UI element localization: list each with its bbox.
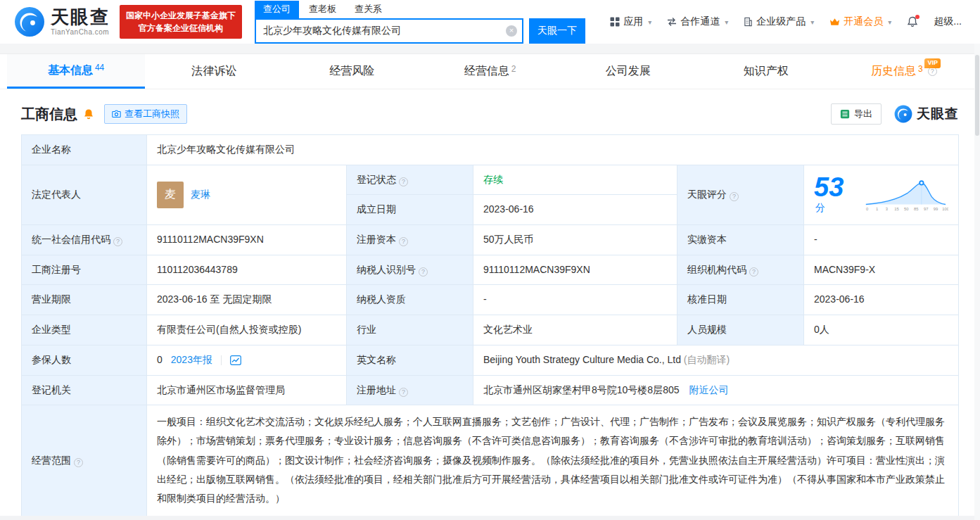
clear-search-icon[interactable] bbox=[506, 25, 517, 37]
search-area: 查公司 查老板 查关系 天眼一下 bbox=[255, 1, 585, 44]
field-label: 企业类型 bbox=[22, 315, 147, 345]
svg-text:0: 0 bbox=[866, 207, 869, 211]
svg-text:99: 99 bbox=[934, 207, 938, 211]
industry-value: 文化艺术业 bbox=[473, 315, 677, 345]
badge-line2: 官方备案企业征信机构 bbox=[126, 22, 236, 34]
tab-history-info[interactable]: 历史信息3 VIP bbox=[835, 54, 973, 89]
help-icon[interactable] bbox=[399, 177, 408, 186]
bottom-divider bbox=[0, 516, 974, 520]
tianyancha-logo[interactable]: 天眼查 TianYanCha.com bbox=[14, 6, 110, 37]
search-button[interactable]: 天眼一下 bbox=[529, 18, 585, 44]
vip-badge: VIP bbox=[924, 58, 941, 68]
tab-legal-litigation[interactable]: 法律诉讼 bbox=[145, 54, 283, 89]
establish-date-value: 2023-06-16 bbox=[473, 195, 677, 225]
field-label: 纳税人识别号 bbox=[347, 255, 473, 285]
field-label: 法定代表人 bbox=[22, 165, 147, 224]
field-label: 登记状态 bbox=[347, 165, 473, 195]
help-icon[interactable] bbox=[419, 267, 428, 277]
company-section-tabs: 基本信息44 法律诉讼 经营风险 经营信息2 公司发展 知识产权 历史信息3 V… bbox=[0, 54, 980, 89]
tab-basic-info[interactable]: 基本信息44 bbox=[7, 54, 145, 89]
field-label: 企业名称 bbox=[22, 135, 147, 165]
trend-chart-icon[interactable] bbox=[230, 355, 241, 365]
menu-cooperation[interactable]: 合作通道 bbox=[667, 15, 728, 28]
business-info-header: 工商信息 查看工商快照 导出 bbox=[21, 103, 959, 125]
reg-capital-value: 50万人民币 bbox=[473, 225, 677, 255]
field-label: 组织机构代码 bbox=[677, 255, 804, 285]
help-icon[interactable] bbox=[113, 237, 122, 246]
credit-code-value: 91110112MACN39F9XN bbox=[147, 225, 347, 255]
help-icon[interactable] bbox=[399, 388, 408, 397]
menu-apps[interactable]: 应用 bbox=[610, 15, 651, 28]
scrollbar-thumb[interactable] bbox=[975, 55, 979, 136]
business-term-value: 2023-06-16 至 无固定期限 bbox=[147, 285, 347, 315]
notification-bell[interactable] bbox=[907, 16, 918, 27]
business-snapshot-button[interactable]: 查看工商快照 bbox=[104, 104, 187, 124]
official-credit-badge: 国家中小企业发展子基金旗下 官方备案企业征信机构 bbox=[120, 5, 242, 39]
legal-rep-avatar[interactable]: 麦 bbox=[157, 182, 184, 208]
menu-enterprise-products[interactable]: 企业级产品 bbox=[744, 15, 814, 28]
svg-text:100: 100 bbox=[943, 207, 948, 211]
section-title: 工商信息 bbox=[21, 105, 77, 124]
export-excel-icon bbox=[840, 109, 850, 119]
field-label: 登记机关 bbox=[22, 375, 147, 405]
header-divider-band bbox=[0, 44, 980, 54]
apps-grid-icon bbox=[610, 17, 620, 27]
brand-name: 天眼查 bbox=[51, 8, 110, 26]
search-tab-relation[interactable]: 查关系 bbox=[346, 1, 390, 18]
field-label: 参保人数 bbox=[22, 345, 147, 375]
reg-address-cell: 北京市通州区胡家堡村甲8号院10号楼8层805 附近公司 bbox=[473, 375, 959, 405]
menu-user[interactable]: 超级... bbox=[934, 15, 962, 28]
help-icon[interactable] bbox=[749, 267, 758, 277]
business-scope-text: 一般项目：组织文化艺术交流活动；文化娱乐经纪人服务；个人互联网直播服务；文艺创作… bbox=[157, 412, 948, 508]
help-icon[interactable] bbox=[928, 67, 937, 76]
company-type-value: 有限责任公司(自然人投资或控股) bbox=[147, 315, 347, 345]
company-name-value: 北京少年攻略文化传媒有限公司 bbox=[147, 135, 959, 165]
cooperation-icon bbox=[667, 17, 677, 27]
nearby-companies-link[interactable]: 附近公司 bbox=[689, 384, 728, 395]
divider bbox=[221, 355, 222, 365]
tianyancha-logo-icon bbox=[14, 6, 45, 37]
score-distribution-chart: 0 1 3 15 50 85 97 99 100 bbox=[865, 175, 948, 215]
svg-text:50: 50 bbox=[904, 207, 909, 211]
page-scrollbar[interactable] bbox=[974, 44, 980, 520]
watermark-logo: 天眼查 bbox=[894, 105, 959, 123]
legal-rep-link[interactable]: 麦琳 bbox=[191, 187, 210, 203]
search-tab-company[interactable]: 查公司 bbox=[255, 1, 299, 18]
taxpayer-id-value: 91110112MACN39F9XN bbox=[473, 255, 677, 285]
brand-domain: TianYanCha.com bbox=[51, 28, 110, 36]
paid-capital-value: - bbox=[804, 225, 959, 255]
svg-text:97: 97 bbox=[924, 207, 928, 211]
field-label: 核准日期 bbox=[677, 285, 804, 315]
annual-report-link[interactable]: 2023年报 bbox=[171, 353, 212, 368]
camera-icon bbox=[112, 110, 121, 119]
table-row: 经营范围 一般项目：组织文化艺术交流活动；文化娱乐经纪人服务；个人互联网直播服务… bbox=[22, 405, 959, 516]
help-icon[interactable] bbox=[730, 192, 739, 201]
reg-authority-value: 北京市通州区市场监督管理局 bbox=[147, 375, 347, 405]
tab-operation-risk[interactable]: 经营风险 bbox=[283, 54, 421, 89]
main-content: 工商信息 查看工商快照 导出 bbox=[0, 103, 980, 516]
tab-company-development[interactable]: 公司发展 bbox=[559, 54, 697, 89]
table-row: 企业名称 北京少年攻略文化传媒有限公司 bbox=[22, 135, 959, 165]
subscribe-bell-icon[interactable] bbox=[83, 108, 94, 120]
help-icon[interactable] bbox=[399, 237, 408, 246]
help-icon[interactable] bbox=[74, 458, 83, 467]
field-label: 工商注册号 bbox=[22, 255, 147, 285]
search-input[interactable] bbox=[255, 18, 523, 44]
tab-operation-info[interactable]: 经营信息2 bbox=[421, 54, 559, 89]
org-code-value: MACN39F9-X bbox=[804, 255, 959, 285]
search-tab-boss[interactable]: 查老板 bbox=[300, 1, 345, 18]
tianyan-score: 53分 bbox=[814, 174, 851, 216]
tab-intellectual-property[interactable]: 知识产权 bbox=[697, 54, 835, 89]
approval-date-value: 2023-06-16 bbox=[804, 285, 959, 315]
badge-line1: 国家中小企业发展子基金旗下 bbox=[126, 9, 236, 22]
field-label: 成立日期 bbox=[347, 195, 473, 225]
field-label: 实缴资本 bbox=[677, 225, 804, 255]
reg-number-value: 110112036443789 bbox=[147, 255, 347, 285]
field-label: 天眼评分 bbox=[677, 165, 804, 224]
table-row: 统一社会信用代码 91110112MACN39F9XN 注册资本 50万人民币 … bbox=[22, 225, 959, 255]
table-row: 工商注册号 110112036443789 纳税人识别号 91110112MAC… bbox=[22, 255, 959, 285]
table-row: 营业期限 2023-06-16 至 无固定期限 纳税人资质 - 核准日期 202… bbox=[22, 285, 959, 315]
menu-open-vip[interactable]: 开通会员 bbox=[829, 15, 891, 28]
field-label: 行业 bbox=[347, 315, 473, 345]
export-button[interactable]: 导出 bbox=[831, 103, 882, 125]
